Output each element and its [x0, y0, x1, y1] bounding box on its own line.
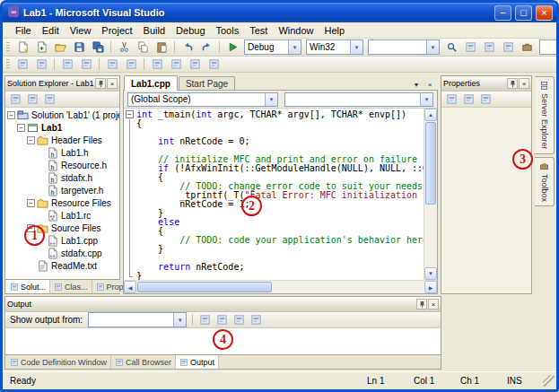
scroll-track[interactable] [273, 281, 424, 293]
horizontal-scrollbar-thumb[interactable] [137, 282, 272, 292]
code-line[interactable]: return nRetCode; [124, 263, 424, 272]
dropdown-arrow-icon[interactable]: ▾ [350, 40, 362, 54]
properties-window-icon[interactable] [499, 39, 517, 55]
tree-item-source-files[interactable]: −Source Files [5, 222, 119, 234]
panel-tab-solut[interactable]: Solut... [6, 280, 50, 293]
toolbar-grip[interactable] [6, 42, 10, 53]
tree-item-header-files[interactable]: −Header Files [5, 134, 119, 146]
save-all-icon[interactable] [89, 39, 107, 55]
member-combo[interactable]: ▾ [284, 92, 433, 107]
panel-tab-code-definition-window[interactable]: Code Definition Window [6, 355, 111, 369]
new-project-icon[interactable] [13, 39, 31, 55]
output-content[interactable] [5, 328, 441, 354]
tree-item-lab1-rc[interactable]: Lab1.rc [5, 209, 119, 222]
close-icon[interactable]: × [428, 299, 439, 309]
indent-increase-icon[interactable] [77, 57, 95, 72]
menu-view[interactable]: View [65, 23, 97, 38]
undo-icon[interactable] [179, 39, 197, 55]
tree-item-lab1-cpp[interactable]: ++Lab1.cpp [5, 234, 119, 247]
configuration-combo[interactable]: Debug ▾ [244, 39, 301, 55]
far-combo[interactable]: ▾ [539, 39, 559, 55]
find-in-files-icon[interactable] [442, 39, 460, 55]
close-document-icon[interactable]: × [424, 78, 436, 91]
dropdown-arrow-icon[interactable]: ▾ [173, 313, 186, 327]
output-titlebar[interactable]: Output × [5, 297, 441, 312]
close-icon[interactable]: × [107, 78, 118, 89]
properties-titlebar[interactable]: Properties × [441, 76, 531, 91]
class-view-icon[interactable] [480, 39, 498, 55]
editor-horizontal-scrollbar[interactable]: ◀ ▶ [124, 280, 437, 293]
show-all-files-icon[interactable] [24, 92, 40, 107]
navigate-backward-icon[interactable] [13, 57, 31, 72]
previous-bookmark-icon[interactable] [167, 57, 185, 72]
pin-icon[interactable] [95, 78, 106, 89]
title-bar[interactable]: ∞ Lab1 - Microsoft Visual Studio − □ × [3, 3, 556, 22]
next-bookmark-icon[interactable] [186, 57, 204, 72]
minimize-button[interactable]: − [494, 5, 511, 21]
properties-grid[interactable] [441, 108, 531, 293]
output-source-combo[interactable]: ▾ [88, 312, 187, 327]
code-area[interactable]: −int _tmain(int argc, TCHAR* argv[], TCH… [124, 109, 424, 280]
pin-icon[interactable] [416, 299, 427, 309]
tree-item-resource-files[interactable]: −Resource Files [5, 196, 119, 209]
dropdown-arrow-icon[interactable]: ▾ [265, 93, 277, 106]
toolbox-icon[interactable] [518, 39, 536, 55]
tree-item-resource-h[interactable]: hResource.h [5, 159, 119, 171]
toolbar-grip[interactable] [6, 59, 10, 70]
menu-edit[interactable]: Edit [37, 23, 65, 38]
maximize-button[interactable]: □ [515, 5, 532, 21]
editor-vertical-scrollbar[interactable]: ▲ ▼ [424, 109, 437, 280]
panel-tab-output[interactable]: Output [176, 355, 219, 369]
code-line[interactable]: // TODO: code your application's behavio… [124, 236, 424, 245]
solution-explorer-titlebar[interactable]: Solution Explorer - Lab1 × [5, 76, 119, 91]
scroll-left-icon[interactable]: ◀ [124, 281, 136, 293]
tree-item-readme-txt[interactable]: ReadMe.txt [5, 259, 119, 272]
tree-item-lab1-h[interactable]: hLab1.h [5, 146, 119, 159]
code-line[interactable]: { [124, 119, 424, 128]
add-item-icon[interactable] [32, 39, 50, 55]
save-icon[interactable] [70, 39, 88, 55]
copy-icon[interactable] [134, 39, 152, 55]
resize-grip-icon[interactable] [543, 375, 555, 387]
tree-item-solution-lab1-1-project[interactable]: −Solution 'Lab1' (1 project) [5, 109, 119, 121]
dropdown-arrow-icon[interactable]: ▾ [288, 40, 301, 54]
redo-icon[interactable] [197, 39, 215, 55]
clear-all-icon[interactable] [214, 313, 230, 327]
platform-combo[interactable]: Win32 ▾ [306, 39, 363, 55]
show-output-icon[interactable] [248, 313, 264, 327]
go-to-message-icon[interactable] [197, 313, 213, 327]
code-line[interactable]: else [124, 218, 424, 227]
tree-item-targetver-h[interactable]: htargetver.h [5, 184, 119, 196]
indent-decrease-icon[interactable] [58, 57, 76, 72]
refresh-icon[interactable] [41, 92, 57, 107]
tree-expander-icon[interactable]: − [27, 199, 35, 207]
navigate-forward-icon[interactable] [32, 57, 50, 72]
scroll-track[interactable] [424, 205, 437, 267]
comment-selection-icon[interactable] [103, 57, 121, 72]
toggle-word-wrap-icon[interactable] [231, 313, 247, 327]
menu-tools[interactable]: Tools [211, 23, 245, 38]
solution-explorer-icon[interactable] [461, 39, 479, 55]
tree-expander-icon[interactable]: − [7, 111, 15, 119]
toggle-bookmark-icon[interactable] [148, 57, 166, 72]
dropdown-arrow-icon[interactable]: ▾ [426, 40, 439, 54]
property-pages-icon[interactable] [477, 92, 493, 107]
tree-expander-icon[interactable]: − [17, 124, 25, 132]
code-line[interactable]: nRetCode = 1; [124, 200, 424, 209]
panel-tab-call-browser[interactable]: Call Browser [111, 355, 176, 369]
code-line[interactable]: −int _tmain(int argc, TCHAR* argv[], TCH… [124, 110, 424, 119]
find-combo[interactable]: ▾ [368, 39, 440, 55]
paste-icon[interactable] [153, 39, 170, 55]
menu-file[interactable]: File [10, 23, 37, 38]
clear-bookmarks-icon[interactable] [205, 57, 223, 72]
autohide-tab-server-explorer[interactable]: Server Explorer [535, 76, 555, 154]
close-icon[interactable]: × [519, 78, 529, 89]
tree-expander-icon[interactable]: − [27, 224, 35, 232]
editor-tab-start-page[interactable]: Start Page [179, 76, 235, 91]
scope-combo[interactable]: (Global Scope) ▾ [127, 92, 278, 107]
tree-item-lab1[interactable]: −Lab1 [5, 121, 119, 134]
open-file-icon[interactable] [51, 39, 69, 55]
pin-icon[interactable] [507, 78, 518, 89]
menu-help[interactable]: Help [319, 23, 351, 38]
code-line[interactable]: int nRetCode = 0; [124, 137, 424, 146]
